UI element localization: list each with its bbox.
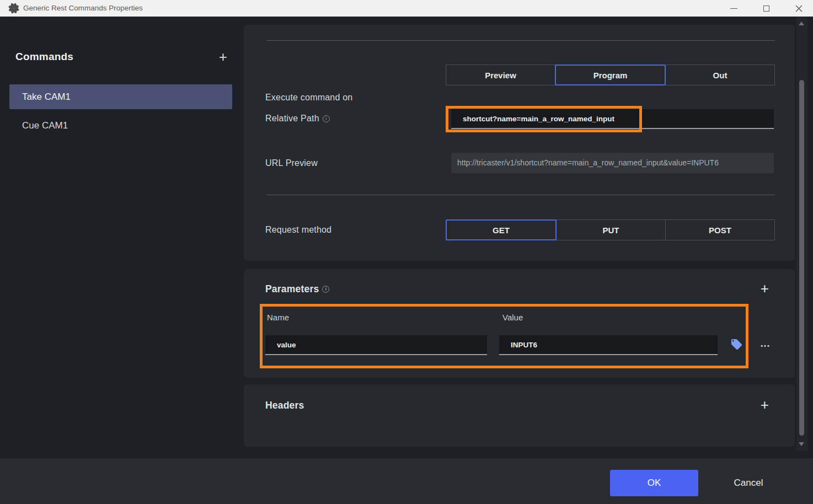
minimize-icon (730, 8, 737, 9)
scroll-up-icon[interactable] (799, 22, 804, 25)
parameters-panel: Parameters i + Name Value ••• (244, 269, 795, 378)
request-settings-panel: Execute command on Preview Program Out R… (244, 25, 795, 261)
add-command-button[interactable]: + (219, 51, 227, 63)
method-put-button[interactable]: PUT (556, 219, 666, 240)
parameters-title: Parameters i (265, 283, 329, 295)
headers-panel: Headers + (244, 384, 795, 447)
relative-path-input[interactable] (451, 109, 774, 129)
app-pinwheel-icon (8, 2, 20, 14)
parameter-more-options-button[interactable]: ••• (755, 335, 777, 356)
method-post-button[interactable]: POST (665, 219, 775, 240)
close-button[interactable] (786, 0, 811, 17)
minimize-button[interactable] (721, 0, 746, 17)
execute-on-program-button[interactable]: Program (555, 65, 666, 85)
maximize-button[interactable] (753, 0, 779, 17)
add-header-button[interactable]: + (761, 396, 769, 414)
parameter-value-input[interactable] (499, 335, 718, 355)
info-icon: i (323, 115, 330, 122)
method-get-button[interactable]: GET (446, 219, 557, 240)
commands-title: Commands (15, 51, 73, 63)
tag-icon[interactable] (730, 338, 743, 351)
titlebar: Generic Rest Commands Properties (0, 0, 813, 17)
parameter-value-column-label: Value (502, 313, 523, 322)
parameter-name-input[interactable] (265, 335, 487, 355)
scroll-down-icon[interactable] (799, 442, 804, 446)
parameter-name-column-label: Name (267, 313, 289, 322)
add-parameter-button[interactable]: + (761, 280, 769, 297)
headers-title: Headers (265, 400, 304, 411)
execute-on-preview-button[interactable]: Preview (446, 65, 555, 85)
maximize-icon (763, 6, 769, 12)
vertical-scrollbar[interactable] (796, 17, 807, 451)
command-item-take-cam1[interactable]: Take CAM1 (9, 84, 232, 109)
close-icon (795, 5, 803, 12)
divider (266, 40, 775, 41)
info-icon: i (322, 286, 329, 293)
commands-sidebar: Commands + Take CAM1 Cue CAM1 (0, 17, 237, 458)
ok-button[interactable]: OK (610, 470, 698, 496)
dialog-footer: OK Cancel (0, 458, 813, 504)
execute-on-group: Preview Program Out (446, 65, 775, 85)
request-method-label: Request method (265, 225, 331, 235)
scrollbar-thumb[interactable] (799, 80, 804, 436)
url-preview-label: URL Preview (265, 158, 318, 168)
commands-header: Commands + (15, 51, 227, 63)
divider (266, 195, 775, 195)
url-preview-value: http://tricaster/v1/shortcut?name=main_a… (451, 153, 774, 173)
request-method-group: GET PUT POST (446, 219, 775, 240)
execute-on-label: Execute command on (265, 93, 352, 103)
cancel-button[interactable]: Cancel (717, 470, 780, 496)
window-title: Generic Rest Commands Properties (23, 0, 143, 17)
execute-on-out-button[interactable]: Out (665, 65, 775, 85)
command-item-cue-cam1[interactable]: Cue CAM1 (9, 116, 232, 136)
relative-path-label: Relative Path i (265, 114, 330, 124)
